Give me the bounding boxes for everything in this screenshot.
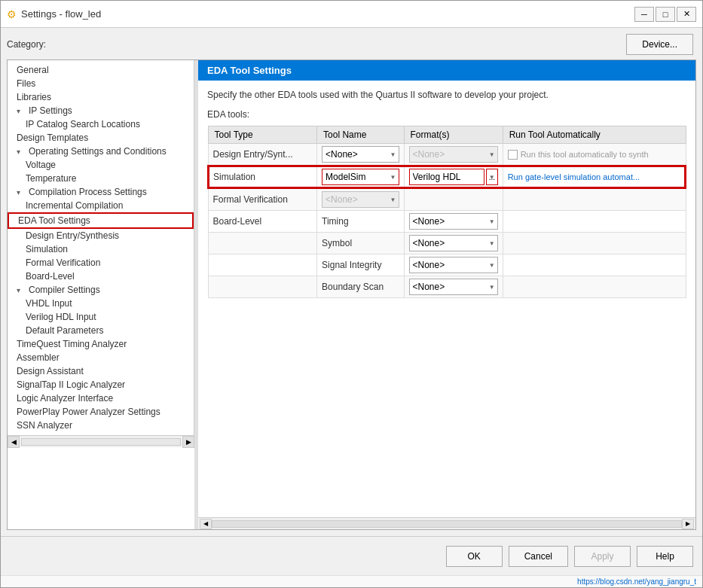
sidebar-item-eda-tool-settings[interactable]: EDA Tool Settings: [8, 212, 194, 229]
sidebar-item-design-entry-synthesis[interactable]: Design Entry/Synthesis: [8, 229, 194, 242]
expand-icon-operating-settings: ▾: [17, 148, 26, 156]
symbol-format-select[interactable]: <None>: [409, 235, 498, 251]
scroll-left-arrow[interactable]: ◀: [8, 436, 20, 448]
expand-icon-compiler-settings: ▾: [17, 286, 26, 294]
board-level-label-empty2: [208, 254, 317, 276]
sidebar-item-board-level[interactable]: Board-Level: [8, 270, 194, 283]
simulation-name-cell: ModelSim: [317, 166, 404, 188]
table-row-board-timing: Board-Level Timing <None>: [208, 211, 686, 233]
table-row-board-symbol: Symbol <None>: [208, 233, 686, 254]
sidebar-item-voltage[interactable]: Voltage: [8, 158, 194, 172]
sidebar-item-label-files: Files: [17, 78, 35, 89]
design-entry-checkbox[interactable]: [508, 150, 518, 160]
design-entry-label: Design Entry/Synt...: [208, 144, 317, 166]
sidebar-item-ssn-analyzer[interactable]: SSN Analyzer: [8, 419, 194, 432]
eda-tools-table: Tool Type Tool Name Format(s) Run Tool A…: [207, 126, 686, 298]
simulation-name-select[interactable]: ModelSim: [322, 169, 399, 185]
timing-format-cell: <None>: [404, 211, 503, 233]
sidebar-item-files[interactable]: Files: [8, 77, 194, 90]
table-row-formal: Formal Verification <None>: [208, 188, 686, 211]
sidebar-item-design-assistant[interactable]: Design Assistant: [8, 364, 194, 378]
cancel-button[interactable]: Cancel: [509, 546, 568, 567]
sidebar-item-incremental-compilation[interactable]: Incremental Compilation: [8, 199, 194, 212]
sidebar-item-label-ssn-analyzer: SSN Analyzer: [17, 420, 72, 431]
sidebar-item-label-general: General: [17, 65, 49, 75]
url-bar: https://blog.csdn.net/yang_jiangru_t: [1, 575, 702, 587]
col-run-auto: Run Tool Automatically: [503, 126, 686, 144]
panel-content: Specify the other EDA tools used with th…: [198, 81, 695, 517]
board-level-label-empty: [208, 233, 317, 254]
eda-tools-label: EDA tools:: [207, 109, 686, 120]
boundary-scan-run-cell: [503, 276, 686, 298]
sidebar-item-label-vhdl-input: VHDL Input: [26, 298, 72, 309]
table-row-simulation: Simulation ModelSim: [208, 166, 686, 188]
sidebar-item-label-compilation-process: Compilation Process Settings: [29, 187, 147, 197]
sidebar-item-label-design-assistant: Design Assistant: [17, 366, 84, 376]
sidebar-item-label-simulation: Simulation: [26, 244, 68, 254]
scroll-right-arrow[interactable]: ▶: [182, 436, 194, 448]
sidebar-item-label-powerplay: PowerPlay Power Analyzer Settings: [17, 407, 160, 417]
sidebar-item-logic-analyzer[interactable]: Logic Analyzer Interface: [8, 391, 194, 405]
timing-label: Timing: [317, 211, 404, 233]
sidebar-item-verilog-hdl-input[interactable]: Verilog HDL Input: [8, 310, 194, 324]
simulation-format-button[interactable]: ...: [486, 169, 497, 185]
boundary-scan-format-select[interactable]: <None>: [409, 279, 498, 295]
sidebar-item-assembler[interactable]: Assembler: [8, 351, 194, 364]
formal-name-select[interactable]: <None>: [322, 191, 399, 208]
sidebar-item-formal-verification[interactable]: Formal Verification: [8, 256, 194, 270]
design-entry-format-cell: <None>: [404, 144, 503, 166]
sidebar-item-general[interactable]: General: [8, 63, 194, 77]
simulation-run-text: Run gate-level simulation automat...: [508, 172, 640, 181]
boundary-scan-format-cell: <None>: [404, 276, 503, 298]
design-entry-format-select[interactable]: <None>: [409, 146, 498, 163]
sidebar-item-powerplay[interactable]: PowerPlay Power Analyzer Settings: [8, 405, 194, 419]
sidebar-item-ip-settings[interactable]: ▾IP Settings: [8, 104, 194, 117]
symbol-format-cell: <None>: [404, 233, 503, 254]
sidebar-item-label-ip-settings: IP Settings: [29, 105, 72, 116]
help-button[interactable]: Help: [637, 546, 693, 567]
main-body: GeneralFilesLibraries▾IP SettingsIP Cata…: [7, 59, 696, 530]
right-panel: EDA Tool Settings Specify the other EDA …: [198, 60, 695, 529]
simulation-format-select[interactable]: Verilog HDL: [409, 169, 485, 185]
device-button[interactable]: Device...: [626, 34, 693, 55]
category-label: Category:: [7, 38, 46, 51]
sidebar-item-timequest[interactable]: TimeQuest Timing Analyzer: [8, 337, 194, 351]
sidebar-item-design-templates[interactable]: Design Templates: [8, 131, 194, 145]
sidebar-item-label-formal-verification: Formal Verification: [26, 257, 100, 268]
table-row-board-signal: Signal Integrity <None>: [208, 254, 686, 276]
timing-format-select[interactable]: <None>: [409, 213, 498, 230]
signal-integrity-format-select[interactable]: <None>: [409, 257, 498, 273]
scroll-left-btn[interactable]: ◀: [200, 519, 212, 529]
sidebar-item-default-parameters[interactable]: Default Parameters: [8, 324, 194, 337]
close-button[interactable]: ✕: [677, 7, 696, 22]
sidebar-item-simulation[interactable]: Simulation: [8, 242, 194, 256]
design-entry-name-cell: <None>: [317, 144, 404, 166]
boundary-scan-label: Boundary Scan: [317, 276, 404, 298]
sidebar-item-libraries[interactable]: Libraries: [8, 90, 194, 104]
content-area: Category: Device... GeneralFilesLibrarie…: [1, 28, 702, 536]
apply-button[interactable]: Apply: [574, 546, 631, 567]
design-entry-run-text: Run this tool automatically to synth: [521, 150, 649, 159]
panel-header: EDA Tool Settings: [198, 60, 695, 81]
col-tool-type: Tool Type: [208, 126, 317, 144]
design-entry-name-select[interactable]: <None>: [322, 146, 399, 163]
sidebar-item-compiler-settings[interactable]: ▾Compiler Settings: [8, 283, 194, 297]
sidebar-item-label-design-entry-synthesis: Design Entry/Synthesis: [26, 230, 119, 241]
sidebar-item-label-assembler: Assembler: [17, 352, 60, 363]
sidebar-item-label-libraries: Libraries: [17, 92, 51, 102]
sidebar-item-operating-settings[interactable]: ▾Operating Settings and Conditions: [8, 145, 194, 158]
sidebar-item-temperature[interactable]: Temperature: [8, 172, 194, 185]
scroll-right-btn[interactable]: ▶: [682, 519, 694, 529]
ok-button[interactable]: OK: [446, 546, 503, 567]
minimize-button[interactable]: ─: [634, 7, 654, 22]
sidebar-item-ip-catalog-search[interactable]: IP Catalog Search Locations: [8, 117, 194, 131]
sidebar-item-label-design-templates: Design Templates: [17, 133, 88, 143]
panel-scrollbar[interactable]: ◀ ▶: [198, 517, 695, 529]
sidebar-scrollbar[interactable]: ◀ ▶: [8, 435, 194, 447]
settings-window: ⚙ Settings - flow_led ─ □ ✕ Category: De…: [0, 0, 703, 588]
sidebar-item-compilation-process[interactable]: ▾Compilation Process Settings: [8, 185, 194, 199]
sidebar-item-signaltap[interactable]: SignalTap II Logic Analyzer: [8, 378, 194, 391]
maximize-button[interactable]: □: [656, 7, 675, 22]
sidebar-item-vhdl-input[interactable]: VHDL Input: [8, 297, 194, 310]
table-row-design-entry: Design Entry/Synt... <None>: [208, 144, 686, 166]
